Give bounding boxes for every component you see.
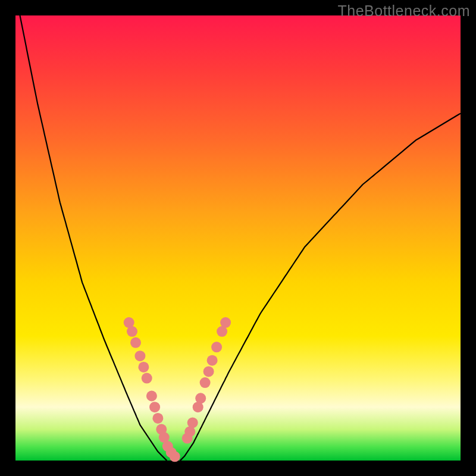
markers-left — [124, 317, 180, 462]
curve-left — [20, 15, 167, 461]
curve-left-group — [20, 15, 167, 461]
data-marker — [220, 317, 231, 328]
data-marker — [149, 402, 160, 412]
markers-right — [182, 317, 231, 444]
data-marker — [170, 451, 180, 462]
plot-svg — [15, 15, 461, 461]
data-marker — [146, 391, 157, 402]
data-marker — [127, 326, 137, 337]
watermark-text: TheBottleneck.com — [338, 2, 471, 20]
data-marker — [203, 366, 214, 377]
data-marker — [152, 413, 163, 424]
data-marker — [138, 362, 149, 372]
data-marker — [195, 393, 206, 403]
data-marker — [134, 350, 145, 361]
data-marker — [207, 355, 218, 366]
plot-area — [15, 15, 461, 461]
data-marker — [142, 373, 152, 384]
data-marker — [130, 337, 141, 348]
data-marker — [211, 342, 222, 352]
data-marker — [187, 417, 198, 428]
curve-right — [180, 114, 461, 461]
data-marker — [200, 377, 211, 388]
curve-right-group — [180, 114, 461, 461]
